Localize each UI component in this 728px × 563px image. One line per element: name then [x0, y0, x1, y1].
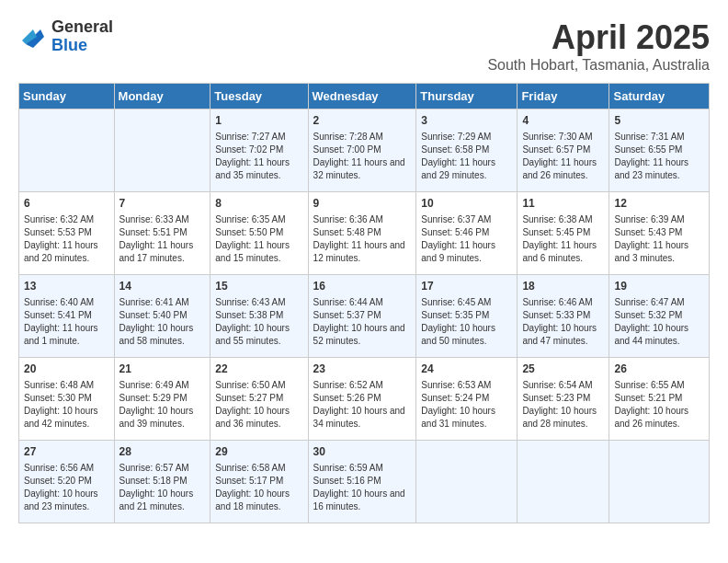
subtitle: South Hobart, Tasmania, Australia: [487, 57, 710, 74]
col-header-thursday: Thursday: [416, 84, 518, 109]
day-number: 5: [614, 113, 704, 129]
calendar-week-row: 20Sunrise: 6:48 AM Sunset: 5:30 PM Dayli…: [19, 358, 710, 441]
day-number: 4: [522, 113, 604, 129]
day-info: Sunrise: 6:49 AM Sunset: 5:29 PM Dayligh…: [119, 379, 206, 431]
calendar-cell: 4Sunrise: 7:30 AM Sunset: 6:57 PM Daylig…: [518, 109, 609, 192]
calendar-cell: 17Sunrise: 6:45 AM Sunset: 5:35 PM Dayli…: [416, 275, 518, 358]
day-info: Sunrise: 6:55 AM Sunset: 5:21 PM Dayligh…: [614, 379, 704, 431]
day-number: 27: [24, 444, 109, 460]
calendar-cell: 3Sunrise: 7:29 AM Sunset: 6:58 PM Daylig…: [416, 109, 518, 192]
logo-icon: [18, 22, 48, 52]
day-number: 10: [421, 196, 512, 212]
calendar-cell: 23Sunrise: 6:52 AM Sunset: 5:26 PM Dayli…: [308, 358, 416, 441]
col-header-saturday: Saturday: [609, 84, 710, 109]
day-number: 29: [215, 444, 302, 460]
day-number: 30: [313, 444, 412, 460]
day-number: 8: [215, 196, 302, 212]
day-info: Sunrise: 6:53 AM Sunset: 5:24 PM Dayligh…: [421, 379, 512, 431]
day-info: Sunrise: 6:40 AM Sunset: 5:41 PM Dayligh…: [24, 296, 109, 348]
day-number: 20: [24, 362, 109, 377]
calendar-week-row: 1Sunrise: 7:27 AM Sunset: 7:02 PM Daylig…: [19, 109, 710, 192]
day-number: 22: [215, 362, 302, 377]
page-header: General Blue April 2025 South Hobart, Ta…: [18, 18, 710, 74]
day-info: Sunrise: 6:43 AM Sunset: 5:38 PM Dayligh…: [215, 296, 302, 348]
day-number: 15: [215, 279, 302, 294]
calendar-cell: 26Sunrise: 6:55 AM Sunset: 5:21 PM Dayli…: [609, 358, 710, 441]
main-title: April 2025: [487, 18, 710, 57]
day-number: 1: [215, 113, 302, 129]
day-number: 7: [119, 196, 206, 212]
title-area: April 2025 South Hobart, Tasmania, Austr…: [487, 18, 710, 74]
logo-blue-text: Blue: [51, 37, 113, 55]
day-number: 24: [421, 362, 512, 377]
day-info: Sunrise: 6:56 AM Sunset: 5:20 PM Dayligh…: [24, 462, 109, 513]
day-number: 21: [119, 362, 206, 377]
logo-text: General Blue: [51, 18, 113, 55]
calendar-cell: [114, 109, 210, 192]
day-number: 25: [522, 362, 604, 377]
day-info: Sunrise: 6:46 AM Sunset: 5:33 PM Dayligh…: [522, 296, 604, 348]
day-info: Sunrise: 7:28 AM Sunset: 7:00 PM Dayligh…: [313, 131, 412, 182]
day-info: Sunrise: 7:27 AM Sunset: 7:02 PM Dayligh…: [215, 131, 302, 182]
calendar-cell: 13Sunrise: 6:40 AM Sunset: 5:41 PM Dayli…: [19, 275, 115, 358]
day-info: Sunrise: 6:48 AM Sunset: 5:30 PM Dayligh…: [24, 379, 109, 431]
day-info: Sunrise: 6:54 AM Sunset: 5:23 PM Dayligh…: [522, 379, 604, 431]
day-info: Sunrise: 7:31 AM Sunset: 6:55 PM Dayligh…: [614, 131, 704, 182]
calendar-cell: 24Sunrise: 6:53 AM Sunset: 5:24 PM Dayli…: [416, 358, 518, 441]
calendar-table: SundayMondayTuesdayWednesdayThursdayFrid…: [18, 83, 710, 523]
day-info: Sunrise: 6:59 AM Sunset: 5:16 PM Dayligh…: [313, 462, 412, 513]
day-number: 9: [313, 196, 412, 212]
calendar-cell: 2Sunrise: 7:28 AM Sunset: 7:00 PM Daylig…: [308, 109, 416, 192]
calendar-cell: 16Sunrise: 6:44 AM Sunset: 5:37 PM Dayli…: [308, 275, 416, 358]
calendar-cell: 11Sunrise: 6:38 AM Sunset: 5:45 PM Dayli…: [518, 192, 609, 275]
day-info: Sunrise: 6:33 AM Sunset: 5:51 PM Dayligh…: [119, 213, 206, 265]
day-info: Sunrise: 7:30 AM Sunset: 6:57 PM Dayligh…: [522, 131, 604, 182]
calendar-cell: 15Sunrise: 6:43 AM Sunset: 5:38 PM Dayli…: [210, 275, 308, 358]
day-number: 2: [313, 113, 412, 129]
calendar-cell: [609, 441, 710, 523]
day-info: Sunrise: 6:52 AM Sunset: 5:26 PM Dayligh…: [313, 379, 412, 431]
col-header-monday: Monday: [114, 84, 210, 109]
calendar-cell: 9Sunrise: 6:36 AM Sunset: 5:48 PM Daylig…: [308, 192, 416, 275]
calendar-cell: 25Sunrise: 6:54 AM Sunset: 5:23 PM Dayli…: [518, 358, 609, 441]
col-header-tuesday: Tuesday: [210, 84, 308, 109]
logo-general-text: General: [51, 18, 113, 37]
calendar-cell: [518, 441, 609, 523]
calendar-cell: 10Sunrise: 6:37 AM Sunset: 5:46 PM Dayli…: [416, 192, 518, 275]
calendar-cell: 8Sunrise: 6:35 AM Sunset: 5:50 PM Daylig…: [210, 192, 308, 275]
day-info: Sunrise: 7:29 AM Sunset: 6:58 PM Dayligh…: [421, 131, 512, 182]
calendar-cell: 6Sunrise: 6:32 AM Sunset: 5:53 PM Daylig…: [19, 192, 115, 275]
calendar-cell: [416, 441, 518, 523]
calendar-cell: 5Sunrise: 7:31 AM Sunset: 6:55 PM Daylig…: [609, 109, 710, 192]
day-info: Sunrise: 6:58 AM Sunset: 5:17 PM Dayligh…: [215, 462, 302, 513]
day-info: Sunrise: 6:32 AM Sunset: 5:53 PM Dayligh…: [24, 213, 109, 265]
day-number: 14: [119, 279, 206, 294]
day-info: Sunrise: 6:50 AM Sunset: 5:27 PM Dayligh…: [215, 379, 302, 431]
day-info: Sunrise: 6:35 AM Sunset: 5:50 PM Dayligh…: [215, 213, 302, 265]
logo: General Blue: [18, 18, 113, 55]
day-info: Sunrise: 6:47 AM Sunset: 5:32 PM Dayligh…: [614, 296, 704, 348]
day-number: 6: [24, 196, 109, 212]
calendar-cell: 1Sunrise: 7:27 AM Sunset: 7:02 PM Daylig…: [210, 109, 308, 192]
day-number: 18: [522, 279, 604, 294]
col-header-friday: Friday: [518, 84, 609, 109]
calendar-header-row: SundayMondayTuesdayWednesdayThursdayFrid…: [19, 84, 710, 109]
day-number: 23: [313, 362, 412, 377]
day-info: Sunrise: 6:44 AM Sunset: 5:37 PM Dayligh…: [313, 296, 412, 348]
day-number: 26: [614, 362, 704, 377]
calendar-week-row: 27Sunrise: 6:56 AM Sunset: 5:20 PM Dayli…: [19, 441, 710, 523]
day-info: Sunrise: 6:45 AM Sunset: 5:35 PM Dayligh…: [421, 296, 512, 348]
day-info: Sunrise: 6:37 AM Sunset: 5:46 PM Dayligh…: [421, 213, 512, 265]
day-number: 17: [421, 279, 512, 294]
day-number: 12: [614, 196, 704, 212]
calendar-week-row: 13Sunrise: 6:40 AM Sunset: 5:41 PM Dayli…: [19, 275, 710, 358]
calendar-cell: 18Sunrise: 6:46 AM Sunset: 5:33 PM Dayli…: [518, 275, 609, 358]
calendar-cell: 21Sunrise: 6:49 AM Sunset: 5:29 PM Dayli…: [114, 358, 210, 441]
day-number: 13: [24, 279, 109, 294]
calendar-cell: 12Sunrise: 6:39 AM Sunset: 5:43 PM Dayli…: [609, 192, 710, 275]
calendar-cell: 27Sunrise: 6:56 AM Sunset: 5:20 PM Dayli…: [19, 441, 115, 523]
day-number: 28: [119, 444, 206, 460]
calendar-cell: 19Sunrise: 6:47 AM Sunset: 5:32 PM Dayli…: [609, 275, 710, 358]
day-number: 16: [313, 279, 412, 294]
day-info: Sunrise: 6:36 AM Sunset: 5:48 PM Dayligh…: [313, 213, 412, 265]
